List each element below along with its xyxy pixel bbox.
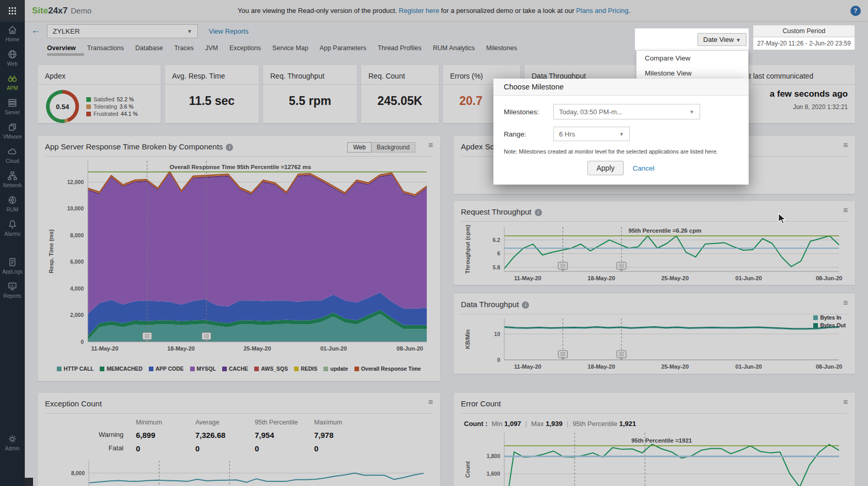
date-view-popover: Date View▼ <box>635 28 749 50</box>
range-select[interactable]: 6 Hrs ▼ <box>553 127 630 141</box>
custom-period-box: Custom Period 27-May-20 11:26 - 2-Jun-20… <box>753 25 855 50</box>
cancel-link[interactable]: Cancel <box>633 164 655 172</box>
apply-button[interactable]: Apply <box>587 161 623 175</box>
custom-period-label: Custom Period <box>753 25 855 37</box>
modal-title: Choose Milestone <box>493 79 749 96</box>
date-view-menu: Compare View Milestone View <box>636 50 749 81</box>
date-view-button[interactable]: Date View▼ <box>698 33 747 46</box>
milestones-select[interactable]: Today, 03:50 PM-m... ▼ <box>553 104 700 119</box>
chevron-down-icon: ▼ <box>619 131 624 137</box>
chevron-down-icon: ▼ <box>689 109 694 115</box>
choose-milestone-modal: Choose Milestone Milestones: Today, 03:5… <box>493 79 749 185</box>
site24x7-apm-dashboard: Site24x7Demo You are viewing the Read-on… <box>0 0 868 486</box>
menu-item-compare-view[interactable]: Compare View <box>637 51 748 66</box>
chevron-down-icon: ▼ <box>736 37 741 43</box>
modal-note: Note: Milestones created at monitor leve… <box>504 148 738 155</box>
milestones-label: Milestones: <box>504 108 553 116</box>
custom-period-input[interactable]: 27-May-20 11:26 - 2-Jun-20 23:59 <box>753 37 855 50</box>
range-label: Range: <box>504 130 553 138</box>
